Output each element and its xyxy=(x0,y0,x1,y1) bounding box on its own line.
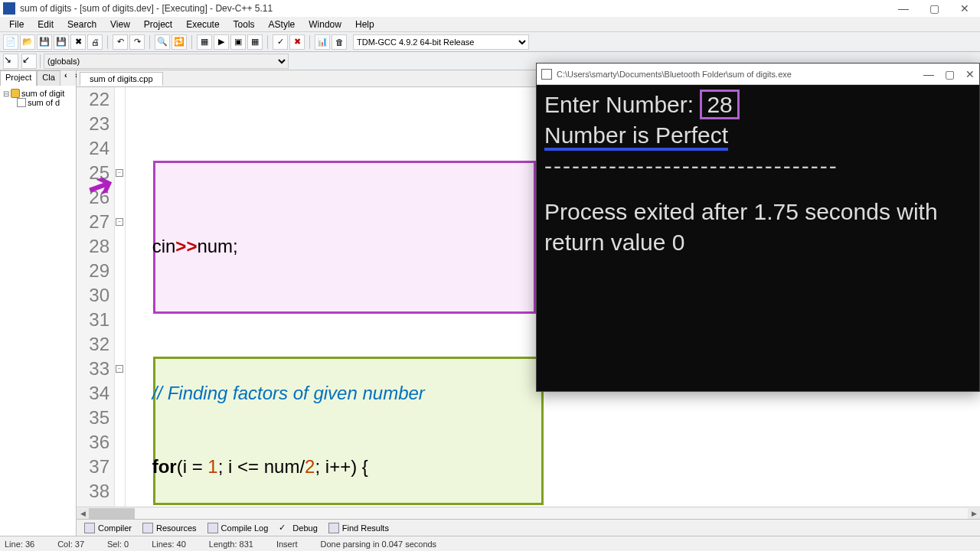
status-length: Length: 831 xyxy=(209,540,253,549)
profile-icon[interactable]: 📊 xyxy=(315,34,330,50)
status-col: Col: 37 xyxy=(57,540,84,549)
undo-icon[interactable]: ↶ xyxy=(113,34,128,50)
find-results-icon xyxy=(328,523,339,533)
status-insert: Insert xyxy=(276,540,298,549)
main-toolbar: 📄 📂 💾 💾 ✖ 🖨 ↶ ↷ 🔍 🔁 ▦ ▶ ▣ ▦ ✓ ✖ 📊 🗑 TDM-… xyxy=(0,32,980,52)
window-title: sum of digits - [sum of digits.dev] - [E… xyxy=(20,3,273,14)
compile-log-icon xyxy=(207,523,218,533)
goto-back-icon[interactable]: ↙ xyxy=(21,54,37,69)
sidebar-tab-classes[interactable]: Cla xyxy=(37,70,60,86)
sidebar-tab-project[interactable]: Project xyxy=(0,70,37,86)
console-minimize-button[interactable]: — xyxy=(923,68,934,80)
bottom-panel-tabs: Compiler Resources Compile Log ✓Debug Fi… xyxy=(77,519,980,536)
close-button[interactable]: ✕ xyxy=(949,0,980,17)
close-file-icon[interactable]: ✖ xyxy=(70,34,86,50)
console-maximize-button[interactable]: ▢ xyxy=(945,68,955,80)
menu-window[interactable]: Window xyxy=(302,18,348,31)
console-titlebar[interactable]: C:\Users\smarty\Documents\Bluetooth Fold… xyxy=(537,64,979,85)
console-icon xyxy=(541,69,552,80)
menu-tools[interactable]: Tools xyxy=(227,18,261,31)
window-titlebar: sum of digits - [sum of digits.dev] - [E… xyxy=(0,0,980,17)
scroll-left-icon[interactable]: ◀ xyxy=(77,508,89,519)
tab-resources[interactable]: Resources xyxy=(142,523,197,533)
globals-select[interactable]: (globals) xyxy=(44,54,289,69)
console-input-highlight: 28 xyxy=(700,90,739,119)
console-title-text: C:\Users\smarty\Documents\Bluetooth Fold… xyxy=(557,70,792,79)
compile-icon[interactable]: ▦ xyxy=(197,34,212,50)
redo-icon[interactable]: ↷ xyxy=(129,34,145,50)
find-icon[interactable]: 🔍 xyxy=(155,34,170,50)
save-icon[interactable]: 💾 xyxy=(37,34,52,50)
save-all-icon[interactable]: 💾 xyxy=(54,34,69,50)
status-parse: Done parsing in 0.047 seconds xyxy=(320,540,436,549)
menu-search[interactable]: Search xyxy=(61,18,103,31)
menu-edit[interactable]: Edit xyxy=(31,18,60,31)
menu-project[interactable]: Project xyxy=(138,18,178,31)
compiler-select[interactable]: TDM-GCC 4.9.2 64-bit Release xyxy=(353,34,529,50)
tree-file[interactable]: sum of d xyxy=(3,98,73,107)
trash-icon[interactable]: 🗑 xyxy=(332,34,347,50)
app-icon xyxy=(3,2,15,15)
tab-compiler[interactable]: Compiler xyxy=(84,523,132,533)
sidebar: Project Cla ‹› ⊟sum of digit sum of d xyxy=(0,70,77,536)
menu-astyle[interactable]: AStyle xyxy=(263,18,302,31)
file-tab-active[interactable]: sum of digits.cpp xyxy=(80,72,163,86)
replace-icon[interactable]: 🔁 xyxy=(172,34,187,50)
debug-icon[interactable]: ✓ xyxy=(273,34,288,50)
horizontal-scrollbar[interactable]: ◀ ▶ xyxy=(77,507,980,519)
run-icon[interactable]: ▶ xyxy=(214,34,229,50)
stop-icon[interactable]: ✖ xyxy=(289,34,305,50)
tab-nav-left[interactable]: ‹ xyxy=(60,70,71,86)
project-tree: ⊟sum of digit sum of d xyxy=(0,86,76,536)
tab-debug[interactable]: ✓Debug xyxy=(279,523,317,533)
menu-help[interactable]: Help xyxy=(349,18,381,31)
console-result-highlight: Number is Perfect xyxy=(544,122,728,151)
sidebar-tabs: Project Cla ‹› xyxy=(0,70,76,86)
new-file-icon[interactable]: 📄 xyxy=(3,34,18,50)
print-icon[interactable]: 🖨 xyxy=(87,34,103,50)
tab-find-results[interactable]: Find Results xyxy=(328,523,389,533)
console-output[interactable]: Enter Number: 28 Number is Perfect -----… xyxy=(537,85,979,262)
minimize-button[interactable]: — xyxy=(888,0,919,17)
scroll-right-icon[interactable]: ▶ xyxy=(968,508,980,519)
fold-gutter: − − − xyxy=(115,87,126,507)
maximize-button[interactable]: ▢ xyxy=(919,0,949,17)
status-sel: Sel: 0 xyxy=(107,540,129,549)
console-close-button[interactable]: ✕ xyxy=(965,68,975,80)
fold-marker-icon[interactable]: − xyxy=(116,169,123,177)
status-lines: Lines: 40 xyxy=(152,540,186,549)
tab-compile-log[interactable]: Compile Log xyxy=(207,523,269,533)
resources-icon xyxy=(142,523,153,533)
menu-execute[interactable]: Execute xyxy=(180,18,225,31)
statusbar: Line: 36 Col: 37 Sel: 0 Lines: 40 Length… xyxy=(0,536,980,551)
menu-view[interactable]: View xyxy=(104,18,136,31)
fold-marker-icon[interactable]: − xyxy=(116,365,123,373)
status-line: Line: 36 xyxy=(5,540,34,549)
compile-run-icon[interactable]: ▣ xyxy=(230,34,246,50)
fold-marker-icon[interactable]: − xyxy=(116,218,123,226)
tree-root[interactable]: ⊟sum of digit xyxy=(3,89,73,98)
menubar: File Edit Search View Project Execute To… xyxy=(0,17,980,32)
line-gutter: 2223242526272829303132333435363738 xyxy=(77,87,115,507)
goto-func-icon[interactable]: ↘ xyxy=(3,54,18,69)
compiler-icon xyxy=(84,523,95,533)
console-window: C:\Users\smarty\Documents\Bluetooth Fold… xyxy=(536,63,980,392)
menu-file[interactable]: File xyxy=(3,18,30,31)
open-icon[interactable]: 📂 xyxy=(20,34,35,50)
rebuild-icon[interactable]: ▦ xyxy=(247,34,263,50)
highlight-box-condition xyxy=(153,357,544,505)
debug-icon: ✓ xyxy=(279,523,289,533)
